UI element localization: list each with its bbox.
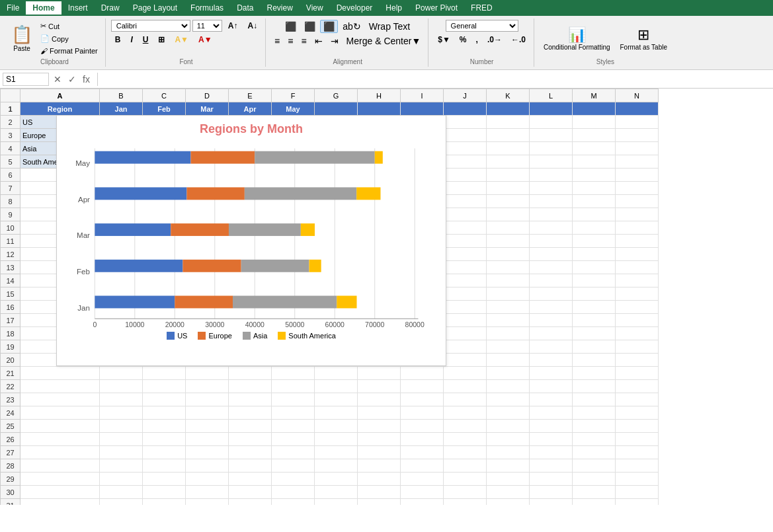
bar-feb-europe <box>183 260 241 272</box>
percent-button[interactable]: % <box>456 34 471 46</box>
cell-M1[interactable] <box>573 102 616 116</box>
menu-draw[interactable]: Draw <box>95 1 126 15</box>
decrease-decimal-button[interactable]: ←.0 <box>507 34 530 46</box>
cell-L1[interactable] <box>530 102 573 116</box>
cell-J1[interactable] <box>444 102 487 116</box>
menu-formulas[interactable]: Formulas <box>184 1 230 15</box>
cell-B1[interactable]: Jan <box>100 102 143 116</box>
decrease-indent-button[interactable]: ⇤ <box>311 34 326 48</box>
format-as-table-button[interactable]: ⊞ Format as Table <box>616 20 672 57</box>
col-header-M[interactable]: M <box>573 89 616 102</box>
decrease-font-button[interactable]: A↓ <box>243 20 261 32</box>
insert-function-icon[interactable]: fx <box>81 73 92 85</box>
cell-C1[interactable]: Feb <box>143 102 186 116</box>
increase-decimal-button[interactable]: .0→ <box>483 34 506 46</box>
align-right-button[interactable]: ≡ <box>298 34 309 48</box>
col-header-G[interactable]: G <box>315 89 358 102</box>
svg-text:60000: 60000 <box>325 321 345 328</box>
number-group-label: Number <box>470 58 494 65</box>
menu-power-pivot[interactable]: Power Pivot <box>409 1 464 15</box>
table-row: 1 Region Jan Feb Mar Apr May <box>1 102 659 116</box>
legend-asia-color <box>243 332 251 340</box>
menu-developer[interactable]: Developer <box>330 1 380 15</box>
col-header-B[interactable]: B <box>100 89 143 102</box>
copy-button[interactable]: 📄 Copy <box>37 33 101 44</box>
font-size-select[interactable]: 11 <box>192 20 222 32</box>
number-format-select[interactable]: General <box>446 20 518 32</box>
cut-button[interactable]: ✂ Cut <box>37 20 101 32</box>
menu-insert[interactable]: Insert <box>61 1 95 15</box>
svg-text:30000: 30000 <box>205 321 224 328</box>
align-center-button[interactable]: ≡ <box>284 34 296 48</box>
menu-data[interactable]: Data <box>230 1 260 15</box>
cell-K1[interactable] <box>487 102 530 116</box>
cell-N1[interactable] <box>616 102 659 116</box>
font-group: Calibri 11 A↑ A↓ B I U ⊞ A▼ A▼ Font <box>107 19 266 67</box>
fill-color-button[interactable]: A▼ <box>171 34 192 46</box>
font-family-select[interactable]: Calibri <box>111 20 190 32</box>
format-painter-button[interactable]: 🖌 Format Painter <box>37 46 101 56</box>
increase-font-button[interactable]: A↑ <box>224 20 242 32</box>
cell-E1[interactable]: Apr <box>229 102 272 116</box>
underline-button[interactable]: U <box>139 34 153 46</box>
table-row: 30 <box>1 486 659 499</box>
bar-may-europe <box>190 151 255 164</box>
col-header-E[interactable]: E <box>229 89 272 102</box>
conditional-formatting-button[interactable]: 📊 Conditional Formatting <box>540 20 614 57</box>
font-color-button[interactable]: A▼ <box>194 34 216 46</box>
align-top-right-button[interactable]: ⬛ <box>320 20 338 33</box>
cell-H1[interactable] <box>358 102 401 116</box>
merge-center-button[interactable]: Merge & Center▼ <box>343 34 425 48</box>
bar-feb-us <box>95 260 183 272</box>
menu-help[interactable]: Help <box>379 1 409 15</box>
cell-F1[interactable]: May <box>272 102 315 116</box>
chart-container[interactable]: Regions by Month May Apr Mar Feb Jan <box>56 115 446 366</box>
bar-apr-us <box>95 187 186 200</box>
col-header-L[interactable]: L <box>530 89 573 102</box>
menu-page-layout[interactable]: Page Layout <box>126 1 184 15</box>
ribbon: 📋 Paste ✂ Cut 📄 Copy 🖌 Format Painter <box>0 16 773 70</box>
align-left-button[interactable]: ≡ <box>271 34 283 48</box>
bar-apr-europe <box>186 187 244 200</box>
confirm-icon[interactable]: ✓ <box>66 73 78 85</box>
borders-button[interactable]: ⊞ <box>154 34 169 46</box>
bar-jan-asia <box>233 296 337 309</box>
cancel-icon[interactable]: ✕ <box>52 73 63 85</box>
bold-button[interactable]: B <box>111 34 125 46</box>
conditional-formatting-icon: 📊 <box>568 26 586 44</box>
col-header-N[interactable]: N <box>616 89 659 102</box>
menu-review[interactable]: Review <box>260 1 299 15</box>
col-header-D[interactable]: D <box>186 89 229 102</box>
menu-home[interactable]: Home <box>26 1 61 15</box>
cell-reference-input[interactable] <box>3 73 49 86</box>
italic-button[interactable]: I <box>126 34 136 46</box>
currency-button[interactable]: $▼ <box>434 34 454 46</box>
col-header-K[interactable]: K <box>487 89 530 102</box>
col-header-J[interactable]: J <box>444 89 487 102</box>
col-header-H[interactable]: H <box>358 89 401 102</box>
align-top-left-button[interactable]: ⬛ <box>282 20 300 33</box>
cell-D1[interactable]: Mar <box>186 102 229 116</box>
cell-I1[interactable] <box>401 102 444 116</box>
styles-group: 📊 Conditional Formatting ⊞ Format as Tab… <box>536 19 675 67</box>
increase-indent-button[interactable]: ⇥ <box>327 34 342 48</box>
col-header-F[interactable]: F <box>272 89 315 102</box>
col-header-A[interactable]: A <box>20 89 100 102</box>
menu-fred[interactable]: FRED <box>464 1 499 15</box>
orientation-button[interactable]: ab↻ <box>339 20 364 33</box>
col-header-C[interactable]: C <box>143 89 186 102</box>
align-top-center-button[interactable]: ⬛ <box>301 20 319 33</box>
formula-input[interactable] <box>99 75 770 84</box>
col-header-I[interactable]: I <box>401 89 444 102</box>
table-row: 21 <box>1 367 659 380</box>
cell-A1[interactable]: Region <box>20 102 100 116</box>
menu-view[interactable]: View <box>300 1 330 15</box>
chart-legend: US Europe Asia South America <box>63 332 439 340</box>
comma-button[interactable]: , <box>472 34 482 46</box>
paste-button[interactable]: 📋 Paste <box>8 20 36 57</box>
bar-apr-asia <box>245 187 356 200</box>
cell-G1[interactable] <box>315 102 358 116</box>
wrap-text-button[interactable]: Wrap Text <box>366 20 414 33</box>
bar-feb-sa <box>309 260 321 272</box>
menu-file[interactable]: File <box>0 1 26 15</box>
